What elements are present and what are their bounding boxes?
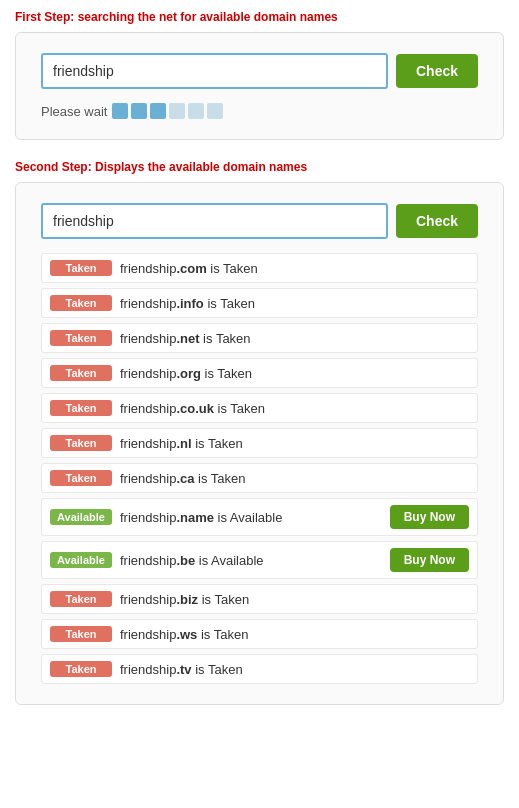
- domain-text: friendship.info is Taken: [120, 296, 469, 311]
- step1-search-input[interactable]: [41, 53, 388, 89]
- domain-row: Availablefriendship.be is AvailableBuy N…: [41, 541, 478, 579]
- status-badge: Taken: [50, 295, 112, 311]
- status-badge: Available: [50, 552, 112, 568]
- domain-row: Takenfriendship.com is Taken: [41, 253, 478, 283]
- step1-label: First Step: searching the net for availa…: [15, 10, 504, 24]
- block-5: [188, 103, 204, 119]
- domain-text: friendship.org is Taken: [120, 366, 469, 381]
- domain-text: friendship.tv is Taken: [120, 662, 469, 677]
- domain-row: Takenfriendship.tv is Taken: [41, 654, 478, 684]
- domain-row: Takenfriendship.biz is Taken: [41, 584, 478, 614]
- status-badge: Taken: [50, 260, 112, 276]
- status-badge: Taken: [50, 330, 112, 346]
- step1-check-button[interactable]: Check: [396, 54, 478, 88]
- domain-row: Availablefriendship.name is AvailableBuy…: [41, 498, 478, 536]
- status-badge: Taken: [50, 435, 112, 451]
- loading-blocks: [112, 103, 223, 119]
- step2-label: Second Step: Displays the available doma…: [15, 160, 504, 174]
- domain-row: Takenfriendship.org is Taken: [41, 358, 478, 388]
- domain-text: friendship.ws is Taken: [120, 627, 469, 642]
- domain-row: Takenfriendship.co.uk is Taken: [41, 393, 478, 423]
- status-badge: Taken: [50, 470, 112, 486]
- status-badge: Taken: [50, 591, 112, 607]
- domain-list: Takenfriendship.com is TakenTakenfriends…: [41, 253, 478, 684]
- domain-text: friendship.co.uk is Taken: [120, 401, 469, 416]
- status-badge: Taken: [50, 626, 112, 642]
- step1-search-row: Check: [41, 53, 478, 89]
- step2-box: Check Takenfriendship.com is TakenTakenf…: [15, 182, 504, 705]
- domain-text: friendship.name is Available: [120, 510, 382, 525]
- status-badge: Taken: [50, 661, 112, 677]
- step2-check-button[interactable]: Check: [396, 204, 478, 238]
- please-wait-label: Please wait: [41, 104, 107, 119]
- block-2: [131, 103, 147, 119]
- step1-please-wait: Please wait: [41, 103, 478, 119]
- domain-text: friendship.ca is Taken: [120, 471, 469, 486]
- status-badge: Available: [50, 509, 112, 525]
- status-badge: Taken: [50, 365, 112, 381]
- domain-text: friendship.biz is Taken: [120, 592, 469, 607]
- step2-search-input[interactable]: [41, 203, 388, 239]
- domain-text: friendship.net is Taken: [120, 331, 469, 346]
- block-6: [207, 103, 223, 119]
- domain-row: Takenfriendship.info is Taken: [41, 288, 478, 318]
- domain-row: Takenfriendship.ws is Taken: [41, 619, 478, 649]
- buy-now-button[interactable]: Buy Now: [390, 505, 469, 529]
- status-badge: Taken: [50, 400, 112, 416]
- step2-search-row: Check: [41, 203, 478, 239]
- domain-text: friendship.be is Available: [120, 553, 382, 568]
- block-1: [112, 103, 128, 119]
- domain-row: Takenfriendship.nl is Taken: [41, 428, 478, 458]
- block-3: [150, 103, 166, 119]
- buy-now-button[interactable]: Buy Now: [390, 548, 469, 572]
- block-4: [169, 103, 185, 119]
- domain-text: friendship.com is Taken: [120, 261, 469, 276]
- domain-row: Takenfriendship.ca is Taken: [41, 463, 478, 493]
- domain-row: Takenfriendship.net is Taken: [41, 323, 478, 353]
- domain-text: friendship.nl is Taken: [120, 436, 469, 451]
- step1-box: Check Please wait: [15, 32, 504, 140]
